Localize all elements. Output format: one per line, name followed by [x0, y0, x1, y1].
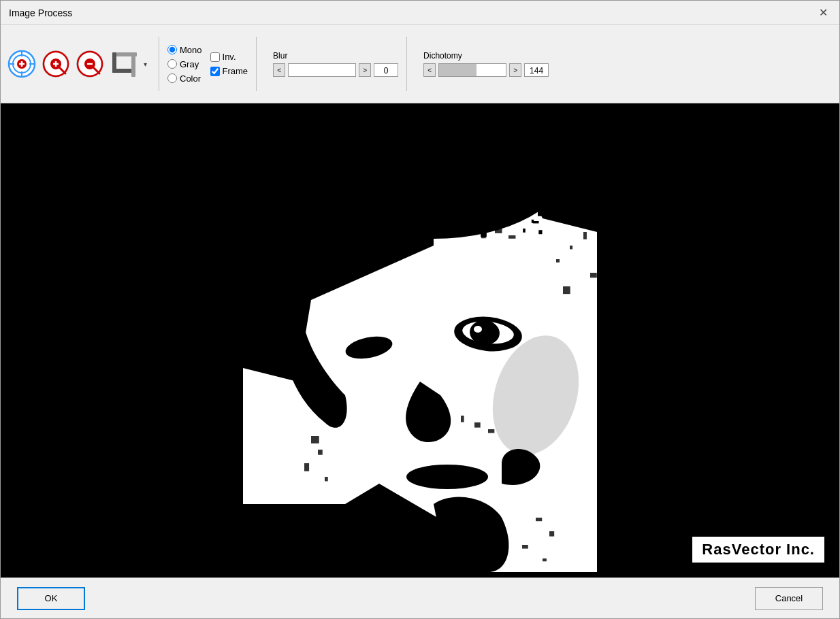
radio-color-label: Color	[180, 73, 201, 84]
radio-mono-label: Mono	[180, 45, 202, 55]
zoom-group: ▾	[6, 48, 150, 80]
image-canvas	[243, 110, 597, 572]
separator-1	[159, 37, 159, 91]
cancel-button[interactable]: Cancel	[755, 587, 823, 610]
svg-rect-24	[116, 52, 137, 56]
crop-icon	[110, 50, 138, 78]
checkbox-frame-label: Frame	[223, 66, 248, 76]
radio-gray-label: Gray	[180, 59, 199, 69]
checkbox-inv[interactable]: Inv.	[210, 52, 248, 62]
radio-mono[interactable]: Mono	[167, 45, 202, 55]
blur-value: 0	[374, 63, 398, 77]
window-title: Image Process	[9, 7, 72, 18]
blur-section: Blur < > 0	[273, 51, 398, 77]
title-bar: Image Process ✕	[1, 1, 839, 25]
svg-rect-23	[131, 56, 135, 77]
checkbox-inv-label: Inv.	[223, 52, 236, 62]
footer: OK Cancel	[1, 578, 839, 618]
zoom-out-icon	[76, 50, 104, 78]
radio-gray[interactable]: Gray	[167, 59, 202, 69]
blur-track[interactable]	[288, 63, 356, 77]
separator-3	[406, 37, 407, 91]
dichotomy-right-arrow[interactable]: >	[509, 63, 521, 77]
blur-row: < > 0	[273, 63, 398, 77]
blur-right-arrow[interactable]: >	[359, 63, 371, 77]
ok-button[interactable]: OK	[17, 587, 85, 610]
checkbox-frame[interactable]: Frame	[210, 66, 248, 76]
zoom-in-button[interactable]	[40, 48, 71, 80]
zoom-fit-button[interactable]	[6, 48, 37, 80]
close-button[interactable]: ✕	[815, 5, 831, 21]
dichotomy-value: 144	[524, 63, 549, 77]
dichotomy-row: < > 144	[423, 63, 549, 77]
crop-group: ▾	[108, 48, 150, 80]
dichotomy-label: Dichotomy	[423, 51, 549, 61]
crop-button[interactable]	[108, 48, 140, 80]
canvas-area: RasVector Inc.	[1, 103, 839, 578]
crop-dropdown-button[interactable]: ▾	[140, 48, 150, 80]
svg-rect-22	[112, 69, 133, 73]
dichotomy-track[interactable]	[438, 63, 506, 77]
dichotomy-fill	[439, 64, 476, 76]
zoom-fit-icon	[7, 50, 36, 78]
options-group: Inv. Frame	[210, 52, 248, 76]
separator-2	[256, 37, 257, 91]
toolbar: ▾ Mono Gray Color Inv.	[1, 25, 839, 103]
blur-label: Blur	[273, 51, 398, 61]
dialog-window: Image Process ✕	[0, 0, 840, 619]
zoom-out-button[interactable]	[74, 48, 106, 80]
watermark: RasVector Inc.	[691, 535, 826, 564]
zoom-in-icon	[42, 50, 70, 78]
blur-left-arrow[interactable]: <	[273, 63, 285, 77]
dichotomy-section: Dichotomy < > 144	[423, 51, 549, 77]
color-mode-group: Mono Gray Color	[167, 45, 202, 84]
dichotomy-left-arrow[interactable]: <	[423, 63, 436, 77]
radio-color[interactable]: Color	[167, 73, 202, 84]
